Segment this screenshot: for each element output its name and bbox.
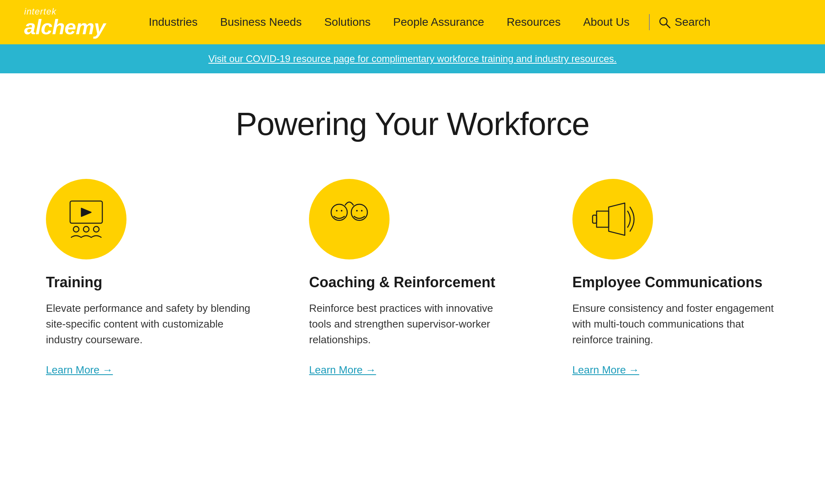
card-coaching: Coaching & Reinforcement Reinforce best … (293, 179, 532, 376)
covid-link[interactable]: Visit our COVID-19 resource page for com… (208, 53, 616, 64)
main-content: Powering Your Workforce (0, 73, 825, 400)
coaching-learn-more[interactable]: Learn More → (309, 364, 376, 376)
svg-point-9 (341, 210, 342, 212)
svg-point-5 (83, 226, 89, 232)
coaching-icon-circle (309, 179, 390, 259)
training-card-desc: Elevate performance and safety by blendi… (46, 301, 253, 348)
svg-marker-3 (81, 208, 91, 216)
communications-icon (587, 197, 639, 241)
nav-item-business-needs[interactable]: Business Needs (209, 16, 313, 29)
nav-item-people-assurance[interactable]: People Assurance (382, 16, 495, 29)
svg-rect-15 (593, 215, 597, 223)
svg-point-12 (361, 210, 363, 212)
nav-item-about-us[interactable]: About Us (572, 16, 641, 29)
card-training: Training Elevate performance and safety … (30, 179, 269, 376)
svg-line-1 (666, 24, 670, 28)
training-icon-circle (46, 179, 126, 259)
search-button[interactable]: Search (658, 16, 711, 29)
svg-point-8 (336, 210, 338, 212)
card-communications: Employee Communications Ensure consisten… (556, 179, 795, 376)
training-icon (64, 197, 108, 241)
logo-alchemy: alchemy (24, 17, 105, 37)
logo[interactable]: intertek alchemy (24, 7, 105, 37)
nav-item-industries[interactable]: Industries (137, 16, 209, 29)
training-card-title: Training (46, 274, 102, 291)
search-label: Search (675, 16, 711, 29)
communications-card-desc: Ensure consistency and foster engagement… (572, 301, 779, 348)
coaching-card-title: Coaching & Reinforcement (309, 274, 495, 291)
coaching-icon (325, 197, 373, 241)
svg-marker-13 (597, 211, 609, 227)
nav-item-solutions[interactable]: Solutions (313, 16, 382, 29)
main-nav: Industries Business Needs Solutions Peop… (137, 14, 801, 30)
cards-row: Training Elevate performance and safety … (30, 179, 795, 376)
svg-marker-14 (609, 203, 625, 235)
communications-icon-circle (572, 179, 653, 259)
nav-item-resources[interactable]: Resources (495, 16, 572, 29)
covid-banner[interactable]: Visit our COVID-19 resource page for com… (0, 44, 825, 73)
svg-point-11 (356, 210, 358, 212)
nav-divider (649, 14, 650, 30)
search-icon (658, 16, 671, 29)
svg-point-6 (93, 226, 99, 232)
training-learn-more[interactable]: Learn More → (46, 364, 113, 376)
site-header: intertek alchemy Industries Business Nee… (0, 0, 825, 44)
communications-learn-more[interactable]: Learn More → (572, 364, 639, 376)
coaching-card-desc: Reinforce best practices with innovative… (309, 301, 516, 348)
communications-card-title: Employee Communications (572, 274, 763, 291)
svg-point-4 (73, 226, 79, 232)
hero-title: Powering Your Workforce (24, 106, 801, 143)
